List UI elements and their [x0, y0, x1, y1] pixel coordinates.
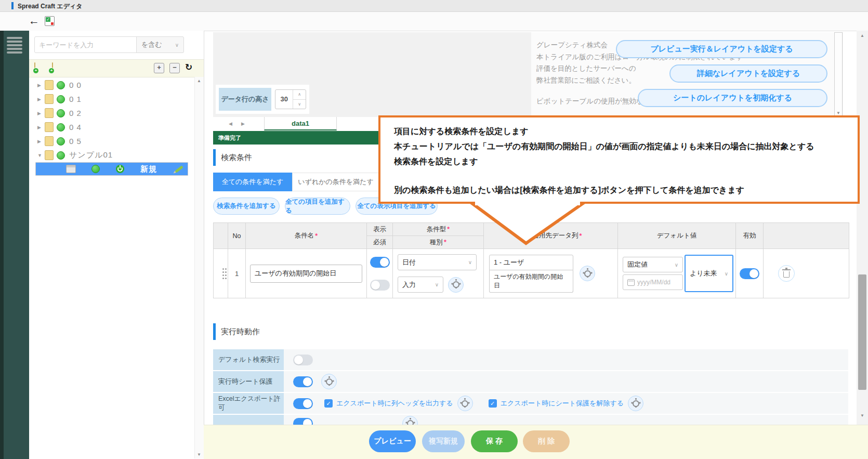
partial-row-toggle[interactable]: [293, 418, 313, 425]
col-header-no: No: [228, 223, 246, 249]
gear-icon: [584, 270, 591, 277]
column-header-checkbox[interactable]: ✓: [324, 399, 333, 408]
sheet-tab-data1[interactable]: data1: [264, 117, 337, 130]
default-search-row: デフォルト検索実行: [213, 349, 848, 370]
tree-item-label: 0 0: [69, 81, 82, 89]
operator-select[interactable]: より未来∨: [685, 255, 733, 292]
tree-item[interactable]: ▶ 0 4: [29, 120, 204, 134]
row-height-value[interactable]: 30: [275, 90, 293, 109]
kind-select[interactable]: 入力∨: [398, 277, 443, 293]
tree-item-label: 0 1: [69, 95, 82, 103]
sheet-protect-label: 実行時シート保護: [213, 371, 284, 392]
required-toggle[interactable]: [370, 280, 390, 291]
target-table-select[interactable]: 1 - ユーザ: [489, 255, 573, 270]
expander-icon[interactable]: ▶: [37, 139, 43, 144]
detail-layout-button[interactable]: 詳細なレイアウトを設定する: [669, 64, 827, 83]
tab-match-all[interactable]: 全ての条件を満たす: [213, 173, 292, 191]
default-date-input[interactable]: yyyy/MM/dd: [623, 274, 683, 290]
expander-icon[interactable]: ▶: [37, 83, 43, 88]
scrollbar-thumb[interactable]: [858, 274, 866, 390]
tree-item[interactable]: ▶ 0 5: [29, 134, 204, 148]
preview-layout-button[interactable]: プレビュー実行＆レイアウトを設定する: [616, 40, 827, 58]
match-mode-select[interactable]: を含む ∨: [136, 36, 184, 53]
back-button[interactable]: ←: [29, 15, 40, 27]
target-gear-button[interactable]: [580, 266, 595, 281]
scroll-up-icon[interactable]: ▲: [197, 78, 201, 83]
add-page-button[interactable]: +: [34, 62, 35, 72]
spin-down-icon[interactable]: ∨: [293, 100, 306, 109]
preview-button[interactable]: プレビュー: [369, 430, 416, 452]
main-scrollbar[interactable]: ▲ ▼: [857, 31, 868, 441]
column-header-checkbox-label[interactable]: エクスポート時に列ヘッダを出力する: [336, 399, 453, 408]
toolbar: ← ✓: [0, 12, 868, 31]
unprotect-checkbox[interactable]: ✓: [489, 399, 497, 408]
tab-next-icon[interactable]: ▶: [241, 121, 245, 126]
collapse-all-button[interactable]: −: [169, 63, 180, 73]
copy-new-button[interactable]: 複写新規: [422, 430, 465, 452]
preview-scrollbar[interactable]: ▼: [834, 32, 843, 117]
required-icon: *: [315, 232, 318, 240]
delete-button[interactable]: 削 除: [523, 430, 570, 452]
title-bar: Spread Craft エディタ: [0, 0, 868, 12]
condition-name-input[interactable]: [250, 265, 362, 283]
row-height-control: データ行の高さ 30 ∧ ∨: [216, 85, 309, 114]
gear-icon: [326, 378, 333, 385]
add-sheet-button[interactable]: +: [52, 62, 53, 72]
partial-row-label: [213, 415, 284, 425]
left-rail-edge: [0, 31, 4, 459]
callout-line: 本チュートリアルでは「ユーザの有効期間の開始日」の値が画面の指定値よりも未来日の…: [394, 139, 844, 154]
tree-item[interactable]: ▶ 0 2: [29, 106, 204, 120]
callout-line: 検索条件を設定します: [394, 154, 844, 169]
hamburger-icon[interactable]: [7, 37, 23, 55]
sheet-protect-toggle[interactable]: [293, 376, 313, 387]
spin-up-icon[interactable]: ∧: [293, 90, 306, 100]
add-condition-button[interactable]: 検索条件を追加する: [213, 198, 280, 215]
col-header-name: 条件名*: [246, 223, 367, 249]
scroll-down-icon[interactable]: ▼: [197, 452, 201, 457]
tree-item[interactable]: ▶ 0 0: [29, 78, 204, 92]
default-type-select[interactable]: 固定値∨: [623, 257, 683, 272]
add-all-items-button[interactable]: 全ての項目を追加する: [285, 198, 350, 215]
pencil-icon: [175, 165, 183, 173]
expander-icon[interactable]: ▶: [37, 125, 43, 130]
folder-icon: [45, 122, 54, 132]
kind-gear-button[interactable]: [448, 277, 464, 293]
form-check-icon[interactable]: ✓: [45, 16, 55, 26]
default-search-toggle[interactable]: [293, 355, 313, 365]
gear-icon: [633, 400, 639, 407]
reset-layout-button[interactable]: シートのレイアウトを初期化する: [638, 89, 827, 107]
status-dot-icon: [57, 137, 65, 146]
condition-type-select[interactable]: 日付∨: [398, 254, 477, 270]
search-input[interactable]: [34, 36, 141, 53]
unprotect-gear-button[interactable]: [628, 396, 643, 411]
expand-all-button[interactable]: +: [154, 63, 164, 73]
tree-scrollbar[interactable]: ▲ ▼: [194, 77, 204, 458]
enabled-toggle[interactable]: [740, 268, 759, 279]
expander-icon[interactable]: ▶: [37, 111, 43, 116]
sheet-protect-gear-button[interactable]: [321, 374, 337, 389]
column-header-gear-button[interactable]: [457, 396, 473, 411]
excel-export-row: Excelエクスポート許可 ✓ エクスポート時に列ヘッダを出力する ✓ エクスポ…: [213, 393, 848, 414]
scroll-down-icon[interactable]: ▼: [860, 413, 864, 418]
show-toggle[interactable]: [370, 257, 390, 268]
target-column-value[interactable]: ユーザの有効期間の開始日: [489, 270, 573, 293]
trash-icon: [783, 271, 790, 278]
tab-match-any[interactable]: いずれかの条件を満たす: [292, 173, 379, 191]
scroll-up-icon[interactable]: ▲: [860, 33, 864, 38]
save-button[interactable]: 保 存: [471, 430, 518, 452]
refresh-button[interactable]: ↻: [185, 63, 192, 72]
scroll-down-icon[interactable]: ▼: [836, 111, 840, 115]
delete-row-button[interactable]: [778, 265, 795, 282]
unprotect-checkbox-label[interactable]: エクスポート時にシート保護を解除する: [501, 399, 624, 408]
tree-item-sample01[interactable]: ▼ サンプル01: [29, 148, 204, 162]
row-drag-handle[interactable]: [214, 249, 228, 298]
expander-icon[interactable]: ▼: [37, 153, 43, 158]
excel-export-toggle[interactable]: [293, 398, 313, 409]
expander-icon[interactable]: ▶: [37, 97, 43, 102]
row-height-stepper[interactable]: 30 ∧ ∨: [275, 89, 306, 109]
tab-prev-icon[interactable]: ◀: [229, 121, 232, 126]
tree-item[interactable]: ▶ 0 1: [29, 92, 204, 106]
sheet-icon: [66, 165, 76, 173]
tree-item-selected[interactable]: 新規: [35, 162, 188, 176]
partial-row-gear-button[interactable]: [402, 416, 418, 425]
